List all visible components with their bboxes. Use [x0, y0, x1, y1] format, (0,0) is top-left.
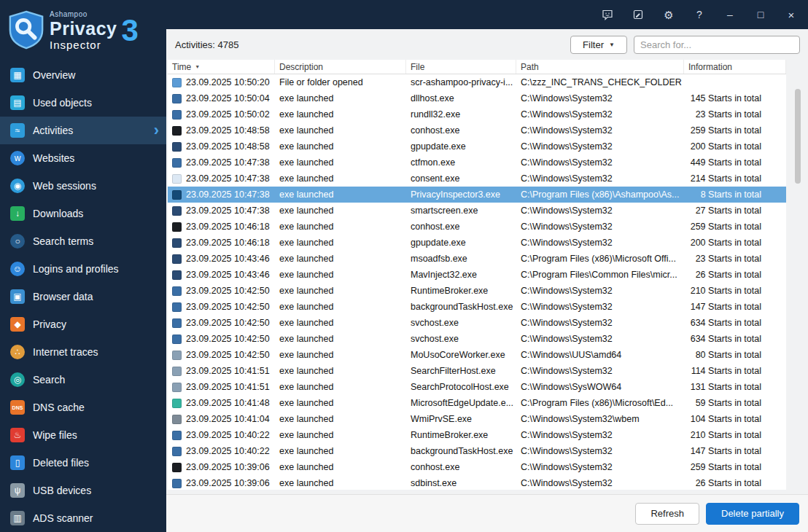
cell-path: C:\Windows\System32 — [516, 462, 684, 472]
cell-information: 145 Starts in total — [684, 93, 786, 103]
column-header-file[interactable]: File — [406, 60, 516, 74]
cell-description: exe launched — [275, 141, 406, 152]
cell-file: msoadfsb.exe — [406, 254, 516, 264]
column-header-information[interactable]: Information — [684, 60, 786, 74]
cell-description: exe launched — [275, 270, 406, 280]
table-row[interactable]: 23.09.2025 10:48:58exe launchedconhost.e… — [168, 122, 786, 138]
table-row[interactable]: 23.09.2025 10:39:06exe launchedsdbinst.e… — [168, 475, 786, 490]
cell-path: C:\Program Files\Common Files\micr... — [516, 270, 684, 280]
cell-time: 23.09.2025 10:42:50 — [186, 334, 270, 344]
sidebar-item-deleted-files[interactable]: ▯Deleted files — [0, 449, 166, 477]
sidebar-item-search-terms[interactable]: ○Search terms — [0, 227, 166, 255]
column-header-path[interactable]: Path — [516, 60, 684, 74]
search-input[interactable] — [634, 36, 800, 54]
app-logo: Ashampoo Privacy Inspector 3 — [0, 0, 166, 61]
logo-brand-text: Ashampoo — [50, 11, 117, 18]
sidebar-item-ads-scanner[interactable]: ▥ADS scanner — [0, 504, 166, 532]
table-row[interactable]: 23.09.2025 10:46:18exe launchedconhost.e… — [168, 219, 786, 235]
table-row[interactable]: 23.09.2025 10:42:50exe launchedRuntimeBr… — [168, 283, 786, 299]
app-file-icon — [172, 238, 182, 248]
cell-description: exe launched — [275, 157, 406, 168]
sidebar-item-usb-devices[interactable]: ψUSB devices — [0, 477, 166, 504]
cell-file: backgroundTaskHost.exe — [406, 302, 516, 312]
table-row[interactable]: 23.09.2025 10:41:04exe launchedWmiPrvSE.… — [168, 411, 786, 427]
table-row[interactable]: 23.09.2025 10:40:22exe launchedbackgroun… — [168, 443, 786, 459]
cell-description: exe launched — [275, 286, 406, 296]
app-file-icon — [172, 270, 182, 280]
table-row[interactable]: 23.09.2025 10:47:38exe launchedPrivacyIn… — [168, 187, 786, 203]
app-file-icon — [172, 447, 182, 456]
cell-description: exe launched — [275, 238, 406, 248]
cell-information: 114 Starts in total — [684, 366, 786, 376]
table-row[interactable]: 23.09.2025 10:47:38exe launchedctfmon.ex… — [168, 154, 786, 171]
sidebar-item-wipe-files[interactable]: ♨Wipe files — [0, 421, 166, 449]
app-file-icon — [172, 174, 182, 184]
table-row[interactable]: 23.09.2025 10:39:06exe launchedconhost.e… — [168, 459, 786, 475]
cell-time: 23.09.2025 10:47:38 — [186, 206, 270, 216]
sidebar-item-downloads[interactable]: ↓Downloads — [0, 200, 166, 227]
sidebar-item-dns-cache[interactable]: DNSDNS cache — [0, 394, 166, 421]
table-row[interactable]: 23.09.2025 10:41:48exe launchedMicrosoft… — [168, 395, 786, 411]
table-row[interactable]: 23.09.2025 10:50:02exe launchedrundll32.… — [168, 106, 786, 122]
cell-file: PrivacyInspector3.exe — [406, 189, 516, 200]
sidebar-item-privacy[interactable]: ◆Privacy — [0, 310, 166, 338]
cell-path: C:\Windows\System32 — [516, 302, 684, 312]
cell-file: consent.exe — [406, 173, 516, 184]
sidebar-item-internet-traces[interactable]: ∴Internet traces — [0, 338, 166, 366]
cell-path: C:\Windows\System32\wbem — [516, 414, 684, 424]
feedback-icon[interactable] — [601, 8, 614, 21]
table-row[interactable]: 23.09.2025 10:42:50exe launchedMoUsoCore… — [168, 347, 786, 363]
table-row[interactable]: 23.09.2025 10:50:20File or folder opened… — [168, 74, 786, 90]
table-row[interactable]: 23.09.2025 10:41:51exe launchedSearchPro… — [168, 379, 786, 395]
column-header-time[interactable]: Time▼ — [168, 60, 275, 74]
vertical-scrollbar[interactable] — [793, 70, 802, 490]
scrollbar-thumb[interactable] — [795, 89, 801, 184]
table-row[interactable]: 23.09.2025 10:48:58exe launchedgpupdate.… — [168, 138, 786, 154]
cell-file: SearchProtocolHost.exe — [406, 382, 516, 392]
maximize-icon[interactable]: □ — [754, 8, 767, 21]
cell-time: 23.09.2025 10:46:18 — [186, 222, 270, 232]
sidebar-item-used-objects[interactable]: ▤Used objects — [0, 89, 166, 117]
column-header-description[interactable]: Description — [275, 60, 406, 74]
table-row[interactable]: 23.09.2025 10:46:18exe launchedgpupdate.… — [168, 235, 786, 251]
table-row[interactable]: 23.09.2025 10:43:46exe launchedMavInject… — [168, 267, 786, 283]
cell-description: exe launched — [275, 125, 406, 136]
table-row[interactable]: 23.09.2025 10:40:22exe launchedRuntimeBr… — [168, 427, 786, 443]
cell-time: 23.09.2025 10:48:58 — [186, 141, 270, 152]
sidebar-item-browser-data[interactable]: ▣Browser data — [0, 283, 166, 310]
sidebar-item-web-sessions[interactable]: ◉Web sessions — [0, 172, 166, 200]
sidebar-item-logins-and-profiles[interactable]: ☺Logins and profiles — [0, 255, 166, 283]
table-row[interactable]: 23.09.2025 10:50:04exe launcheddllhost.e… — [168, 90, 786, 106]
cell-description: exe launched — [275, 318, 406, 328]
cell-path: C:\Program Files (x86)\Ashampoo\As... — [516, 189, 684, 200]
minimize-icon[interactable]: – — [723, 8, 737, 21]
cell-path: C:\Windows\System32 — [516, 238, 684, 248]
cell-description: File or folder opened — [275, 77, 406, 87]
notes-icon[interactable] — [632, 8, 645, 21]
table-row[interactable]: 23.09.2025 10:42:50exe launchedbackgroun… — [168, 299, 786, 315]
cell-path: C:\Windows\SysWOW64 — [516, 382, 684, 392]
cell-information: 80 Starts in total — [684, 350, 786, 360]
sidebar-item-search[interactable]: ◎Search — [0, 366, 166, 394]
cell-description: exe launched — [275, 109, 406, 120]
close-icon[interactable]: × — [785, 8, 798, 21]
table-row[interactable]: 23.09.2025 10:41:51exe launchedSearchFil… — [168, 363, 786, 379]
sidebar-item-label: Search — [33, 374, 65, 386]
filter-button[interactable]: Filter ▼ — [570, 36, 627, 54]
table-row[interactable]: 23.09.2025 10:42:50exe launchedsvchost.e… — [168, 315, 786, 331]
chevron-down-icon: ▼ — [609, 42, 615, 48]
sidebar-item-overview[interactable]: ▦Overview — [0, 61, 166, 89]
table-row[interactable]: 23.09.2025 10:43:46exe launchedmsoadfsb.… — [168, 251, 786, 267]
delete-partially-button[interactable]: Delete partially — [706, 503, 799, 525]
settings-gear-icon[interactable]: ⚙ — [662, 8, 675, 21]
table-row[interactable]: 23.09.2025 10:47:38exe launchedconsent.e… — [168, 171, 786, 187]
table-row[interactable]: 23.09.2025 10:42:50exe launchedsvchost.e… — [168, 331, 786, 347]
help-icon[interactable]: ? — [693, 8, 706, 21]
refresh-button[interactable]: Refresh — [635, 503, 699, 525]
sidebar-item-websites[interactable]: wWebsites — [0, 144, 166, 172]
table-row[interactable]: 23.09.2025 10:47:38exe launchedsmartscre… — [168, 203, 786, 219]
sidebar-item-activities[interactable]: ≈Activities› — [0, 117, 166, 144]
cell-description: exe launched — [275, 462, 406, 472]
app-file-icon — [172, 286, 182, 296]
sidebar-item-label: Browser data — [33, 291, 93, 302]
